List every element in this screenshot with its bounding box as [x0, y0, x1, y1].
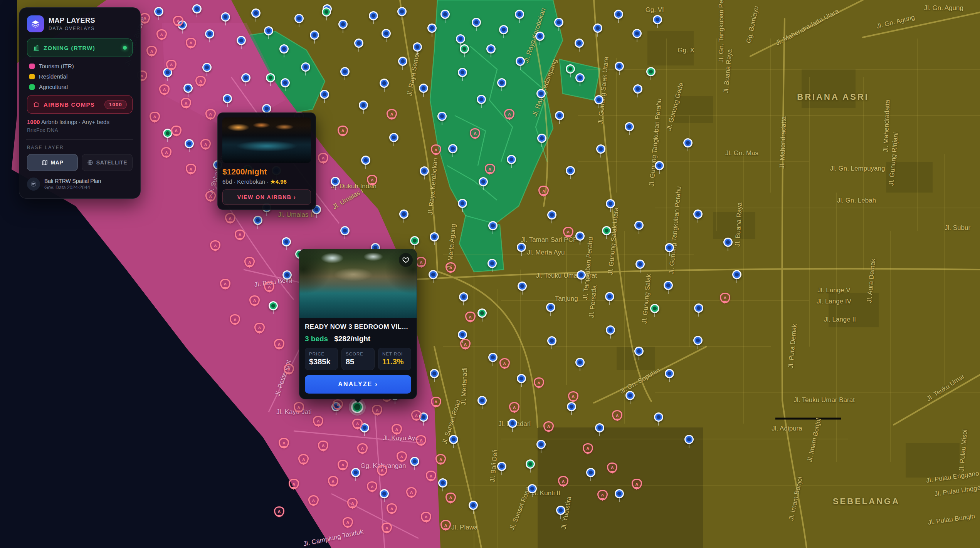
- listing-marker[interactable]: [606, 199, 615, 208]
- listing-marker[interactable]: [606, 325, 615, 335]
- listing-marker[interactable]: [508, 419, 517, 428]
- airbnb-comp-pin[interactable]: [387, 503, 397, 514]
- listing-marker[interactable]: [488, 221, 498, 230]
- listing-marker[interactable]: [586, 468, 595, 477]
- airbnb-comp-pin[interactable]: [509, 402, 519, 412]
- listing-marker[interactable]: [438, 478, 447, 488]
- listing-marker[interactable]: [634, 347, 644, 356]
- airbnb-comp-pin[interactable]: [568, 391, 578, 402]
- airbnb-comp-pin[interactable]: [279, 438, 289, 448]
- listing-marker[interactable]: [223, 94, 232, 103]
- listing-marker[interactable]: [477, 396, 487, 405]
- airbnb-comp-pin[interactable]: [607, 463, 617, 473]
- listing-marker[interactable]: [389, 133, 398, 142]
- favorite-heart-button[interactable]: [399, 253, 413, 267]
- airbnb-comp-pin[interactable]: [612, 410, 622, 421]
- airbnb-comp-pin[interactable]: [543, 421, 554, 432]
- listing-marker[interactable]: [340, 67, 350, 76]
- listing-marker[interactable]: [537, 134, 546, 143]
- listing-marker[interactable]: [294, 14, 304, 23]
- airbnb-comp-pin[interactable]: [205, 191, 216, 201]
- listing-marker[interactable]: [595, 423, 604, 432]
- airbnb-comp-pin[interactable]: [397, 451, 407, 462]
- listing-marker[interactable]: [282, 237, 291, 246]
- listing-marker[interactable]: [547, 210, 556, 220]
- listing-marker[interactable]: [517, 243, 526, 252]
- listing-marker[interactable]: [546, 303, 555, 312]
- listing-marker[interactable]: [397, 7, 407, 16]
- airbnb-comp-pin[interactable]: [338, 126, 348, 136]
- listing-marker[interactable]: [237, 36, 246, 45]
- listing-marker[interactable]: [694, 303, 703, 313]
- airbnb-comp-pin[interactable]: [171, 126, 182, 136]
- airbnb-comp-pin[interactable]: [440, 520, 451, 530]
- listing-marker[interactable]: [547, 336, 556, 345]
- poi-marker[interactable]: [266, 73, 275, 82]
- poi-marker[interactable]: [477, 308, 487, 318]
- airbnb-comp-pin[interactable]: [357, 443, 368, 454]
- airbnb-comp-pin[interactable]: [445, 493, 456, 503]
- listing-marker[interactable]: [440, 10, 450, 19]
- listing-marker[interactable]: [427, 23, 437, 33]
- airbnb-comp-pin[interactable]: [392, 424, 402, 434]
- listing-marker[interactable]: [154, 7, 163, 16]
- airbnb-comp-pin[interactable]: [254, 323, 265, 333]
- airbnb-comp-pin[interactable]: [186, 164, 196, 174]
- airbnb-comp-pin[interactable]: [274, 339, 284, 349]
- poi-marker[interactable]: [526, 459, 535, 469]
- listing-marker[interactable]: [331, 177, 340, 186]
- poi-marker[interactable]: [460, 44, 469, 54]
- airbnb-comp-pin[interactable]: [328, 476, 338, 486]
- listing-marker[interactable]: [536, 89, 546, 98]
- airbnb-comp-pin[interactable]: [210, 240, 220, 251]
- listing-marker[interactable]: [556, 506, 565, 515]
- airbnb-comp-pin[interactable]: [460, 339, 471, 349]
- map-base-button[interactable]: MAP: [27, 154, 78, 171]
- listing-marker[interactable]: [340, 226, 350, 235]
- listing-marker[interactable]: [469, 501, 478, 510]
- airbnb-comp-pin[interactable]: [406, 487, 417, 498]
- listing-marker[interactable]: [684, 435, 694, 444]
- listing-marker[interactable]: [456, 34, 465, 44]
- airbnb-comps-toggle-button[interactable]: AIRBNB COMPS 1000: [27, 95, 133, 114]
- listing-marker[interactable]: [487, 259, 497, 268]
- listing-marker[interactable]: [279, 44, 289, 54]
- listing-marker[interactable]: [653, 15, 662, 24]
- listing-marker[interactable]: [359, 101, 368, 110]
- airbnb-comp-pin[interactable]: [200, 139, 211, 149]
- airbnb-comp-pin[interactable]: [445, 262, 456, 273]
- listing-marker[interactable]: [380, 79, 389, 88]
- zoning-toggle-button[interactable]: ZONING (RTRW): [27, 39, 133, 57]
- listing-marker[interactable]: [437, 112, 447, 121]
- listing-marker[interactable]: [354, 39, 363, 48]
- airbnb-comp-pin[interactable]: [140, 13, 150, 23]
- listing-marker[interactable]: [654, 412, 663, 422]
- airbnb-comp-pin[interactable]: [367, 481, 377, 492]
- listing-marker[interactable]: [430, 232, 439, 241]
- listing-marker[interactable]: [410, 457, 419, 466]
- listing-marker[interactable]: [625, 391, 635, 400]
- listing-marker[interactable]: [665, 369, 674, 378]
- listing-marker[interactable]: [535, 32, 545, 41]
- airbnb-comp-pin[interactable]: [161, 147, 171, 158]
- listing-marker[interactable]: [448, 144, 457, 153]
- airbnb-comp-pin[interactable]: [538, 186, 549, 196]
- listing-marker[interactable]: [693, 336, 703, 345]
- airbnb-comp-pin[interactable]: [249, 295, 260, 306]
- airbnb-comp-pin[interactable]: [181, 98, 191, 108]
- listing-marker[interactable]: [369, 11, 378, 20]
- listing-marker[interactable]: [477, 95, 486, 104]
- listing-marker[interactable]: [615, 62, 624, 71]
- airbnb-comp-pin[interactable]: [205, 109, 216, 119]
- poi-marker[interactable]: [322, 7, 331, 17]
- airbnb-comp-pin[interactable]: [431, 144, 441, 155]
- listing-marker[interactable]: [554, 18, 563, 27]
- listing-marker[interactable]: [458, 68, 467, 77]
- satellite-base-button[interactable]: SATELLITE: [82, 154, 133, 171]
- airbnb-comp-pin[interactable]: [244, 257, 255, 267]
- listing-marker[interactable]: [515, 10, 524, 19]
- poi-marker[interactable]: [602, 226, 611, 235]
- airbnb-comp-pin[interactable]: [308, 495, 319, 506]
- listing-marker[interactable]: [202, 63, 212, 72]
- listing-marker[interactable]: [430, 369, 439, 378]
